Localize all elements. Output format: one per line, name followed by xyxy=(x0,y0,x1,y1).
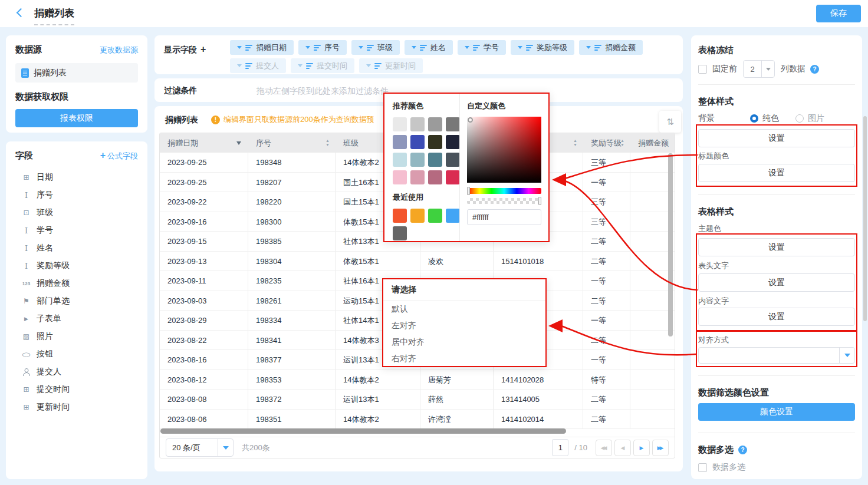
color-swatch[interactable] xyxy=(393,135,407,149)
column-header[interactable]: 序号▲▼ xyxy=(248,133,336,153)
background-setting-button[interactable]: 设置 xyxy=(698,129,855,147)
field-chip[interactable]: 提交时间 xyxy=(291,58,354,73)
color-swatch[interactable] xyxy=(428,117,442,131)
filter-placeholder[interactable]: 拖动左侧字段到此处来添加过滤条件 xyxy=(257,86,389,97)
color-swatch[interactable] xyxy=(428,135,442,149)
next-page-button[interactable]: ▶ xyxy=(633,440,650,456)
field-item[interactable]: I 奖励等级 xyxy=(6,257,147,275)
color-swatch[interactable] xyxy=(410,170,425,184)
color-swatch[interactable] xyxy=(446,209,460,223)
table-row[interactable]: 2023-09-13198304体教15本1凌欢1514101018二等 xyxy=(160,252,675,272)
align-option[interactable]: 左对齐 xyxy=(383,317,545,334)
saturation-gradient[interactable] xyxy=(467,117,541,183)
color-swatch[interactable] xyxy=(393,117,407,131)
help-icon[interactable]: ? xyxy=(810,65,819,74)
color-swatch[interactable] xyxy=(428,209,442,223)
color-swatch[interactable] xyxy=(393,170,407,184)
column-header[interactable]: 捐赠金额 xyxy=(630,133,675,153)
color-setting-button[interactable]: 颜色设置 xyxy=(698,403,855,421)
table-row[interactable]: 2023-08-0619835114体教本2许湾漟1414102014二等 xyxy=(160,410,675,430)
back-icon[interactable] xyxy=(17,8,26,18)
field-chip[interactable]: 捐赠日期 xyxy=(230,40,294,55)
color-swatch[interactable] xyxy=(446,117,460,131)
color-swatch[interactable] xyxy=(393,153,407,167)
hue-slider[interactable] xyxy=(467,188,541,194)
field-item[interactable]: 123 捐赠金额 xyxy=(6,275,147,292)
color-swatch[interactable] xyxy=(428,153,442,167)
table-sort-button[interactable]: ⇅ xyxy=(659,111,681,133)
field-item[interactable]: ▨ 照片 xyxy=(6,328,147,345)
title-color-setting-button[interactable]: 设置 xyxy=(698,164,855,182)
align-option[interactable]: 默认 xyxy=(383,301,545,317)
color-swatch[interactable] xyxy=(393,226,407,240)
color-swatch[interactable] xyxy=(393,209,407,223)
color-swatch[interactable] xyxy=(446,153,460,167)
save-button[interactable]: 保存 xyxy=(816,5,861,22)
table-row[interactable]: 2023-08-1219835314体教本2唐菊芳1414102028特等 xyxy=(160,370,675,390)
field-chip[interactable]: 学号 xyxy=(458,40,506,55)
color-swatch[interactable] xyxy=(446,135,460,149)
color-swatch[interactable] xyxy=(410,135,425,149)
field-chip[interactable]: 捐赠金额 xyxy=(579,40,643,55)
multi-select-checkbox[interactable] xyxy=(698,463,707,472)
color-cursor[interactable] xyxy=(468,117,473,123)
hue-handle[interactable] xyxy=(467,187,470,195)
alpha-slider[interactable] xyxy=(467,198,541,204)
add-field-icon[interactable]: + xyxy=(200,44,206,54)
field-item[interactable]: 提交人 xyxy=(6,363,147,381)
field-item[interactable]: ▶ 子表单 xyxy=(6,310,147,328)
field-item[interactable]: ⊞ 提交时间 xyxy=(6,381,147,398)
column-header[interactable]: 奖励等级▲▼ xyxy=(583,133,630,153)
field-chip[interactable]: 序号 xyxy=(298,40,347,55)
field-chip[interactable]: 更新时间 xyxy=(359,58,423,73)
field-chip[interactable]: 提交人 xyxy=(230,58,286,73)
field-item[interactable]: I 姓名 xyxy=(6,239,147,257)
caret-down-icon[interactable] xyxy=(236,141,241,145)
sort-icon[interactable]: ▲▼ xyxy=(326,138,330,147)
alpha-handle[interactable] xyxy=(538,197,541,205)
page-scrollbar[interactable] xyxy=(863,116,867,321)
color-swatch[interactable] xyxy=(410,209,425,223)
field-item[interactable]: ◯ 按钮 xyxy=(6,345,147,363)
help-icon[interactable]: ? xyxy=(738,446,747,454)
first-page-button[interactable]: ◀◀ xyxy=(596,440,612,456)
solid-color-radio[interactable] xyxy=(750,114,758,123)
hex-color-input[interactable] xyxy=(467,209,541,225)
sort-icon[interactable]: ▲▼ xyxy=(620,138,624,147)
color-swatch[interactable] xyxy=(446,170,460,184)
prev-page-button[interactable]: ◀ xyxy=(614,440,631,456)
last-page-button[interactable]: ▶▶ xyxy=(652,440,669,456)
report-permission-button[interactable]: 报表权限 xyxy=(15,109,138,127)
sort-icon[interactable]: ▲▼ xyxy=(573,138,577,147)
field-item[interactable]: I 序号 xyxy=(6,186,147,204)
datasource-item[interactable]: 捐赠列表 xyxy=(15,63,138,83)
color-swatch[interactable] xyxy=(428,170,442,184)
align-select[interactable] xyxy=(698,347,855,364)
field-item[interactable]: ⊞ 日期 xyxy=(6,169,147,186)
field-chip[interactable]: 奖励等级 xyxy=(511,40,574,55)
theme-color-setting-button[interactable]: 设置 xyxy=(698,238,855,256)
content-text-setting-button[interactable]: 设置 xyxy=(698,308,855,326)
field-item[interactable]: ⊞ 更新时间 xyxy=(6,398,147,416)
field-chip[interactable]: 姓名 xyxy=(405,40,453,55)
align-option[interactable]: 居中对齐 xyxy=(383,334,545,350)
freeze-count-select[interactable]: 2 xyxy=(743,60,775,78)
field-item[interactable]: ⚑ 部门单选 xyxy=(6,292,147,310)
page-number-input[interactable] xyxy=(552,439,568,456)
column-header[interactable]: 捐赠日期 xyxy=(160,133,248,153)
field-item[interactable]: ⊡ 班级 xyxy=(6,204,147,222)
image-radio[interactable] xyxy=(795,114,804,123)
freeze-checkbox[interactable] xyxy=(698,65,707,74)
field-item[interactable]: I 学号 xyxy=(6,222,147,239)
color-swatch[interactable] xyxy=(410,117,425,131)
formula-field-link[interactable]: +公式字段 xyxy=(100,150,138,161)
header-text-setting-button[interactable]: 设置 xyxy=(698,273,855,292)
color-swatch[interactable] xyxy=(410,153,425,167)
field-chip[interactable]: 班级 xyxy=(351,40,400,55)
vertical-scrollbar[interactable] xyxy=(668,153,673,336)
change-datasource-link[interactable]: 更改数据源 xyxy=(100,45,138,55)
table-row[interactable]: 2023-08-08198372运训13本1薛然131414005二等 xyxy=(160,390,675,410)
align-option[interactable]: 右对齐 xyxy=(383,350,545,367)
horizontal-scrollbar[interactable] xyxy=(160,428,566,434)
page-size-select[interactable]: 20 条/页 xyxy=(166,438,234,457)
